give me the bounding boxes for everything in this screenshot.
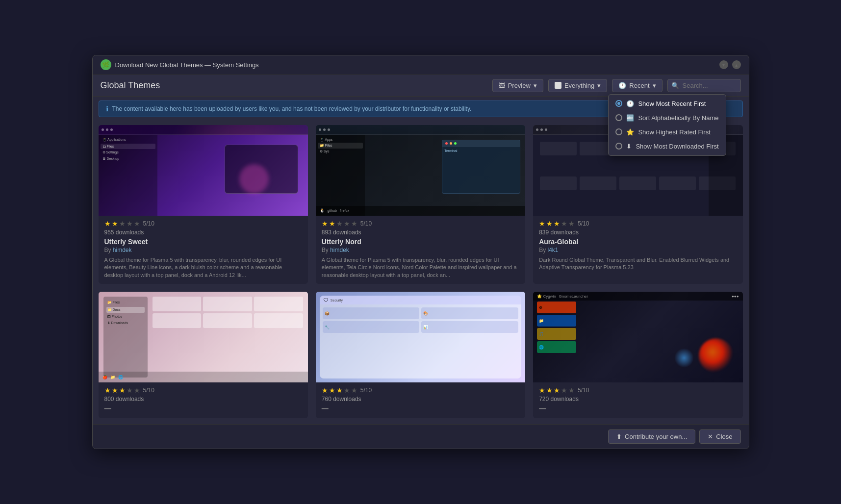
rating-1: 5/10 [143,220,154,227]
theme-card-4[interactable]: 📂 Files 📁 Docs 🖼 Photos ⬇ Downloads [99,292,308,418]
downloads-4: 800 downloads [104,396,302,403]
stars-6: ★ ★ ★ ★ ★ 5/10 [539,386,737,394]
downloads-6: 720 downloads [539,396,737,403]
stars-2: ★ ★ ★ ★ ★ 5/10 [322,220,519,227]
downloads-3: 839 downloads [539,229,737,236]
everything-color-icon [555,82,561,89]
theme-author-3: By l4k1 [539,247,737,253]
theme-preview-1: 📱 Applications 🗂 Files ⚙ Settings 🖥 Desk… [99,125,308,216]
recent-chevron-icon: ▾ [653,82,656,89]
star-1: ★ [104,220,111,227]
rating-6: 5/10 [578,387,589,394]
clock-sort-icon: 🕐 [626,100,634,107]
theme-name-6: — [539,404,737,412]
downloads-1: 955 downloads [104,229,302,236]
theme-name-4: — [104,404,302,412]
theme-name-5: — [322,404,519,412]
downloads-5: 760 downloads [322,396,519,403]
theme-name-1: Utterly Sweet [104,238,302,246]
star-5: ★ [134,220,140,227]
downloads-2: 893 downloads [322,229,519,236]
stars-5: ★ ★ ★ ★ ★ 5/10 [322,386,519,394]
theme-preview-4: 📂 Files 📁 Docs 🖼 Photos ⬇ Downloads [99,292,308,382]
theme-card-2[interactable]: 📱 Apps 📁 Files ⚙ Sys Terminal [316,125,525,284]
stars-1: ★ ★ ★ ★ ★ 5/10 [104,220,302,227]
content-area: 📱 Applications 🗂 Files ⚙ Settings 🖥 Desk… [93,121,749,424]
theme-author-1: By himdek [104,247,302,253]
everything-button[interactable]: Everything ▾ [548,79,607,92]
star-3: ★ [119,220,126,227]
theme-desc-1: A Global theme for Plasma 5 with transpa… [104,256,302,279]
toolbar-right: 🖼 Preview ▾ Everything ▾ 🕐 Recent ▾ 🔍 [492,79,741,92]
theme-info-1: ★ ★ ★ ★ ★ 5/10 955 downloads Utterly Swe… [99,216,308,284]
preview-chevron-icon: ▾ [534,82,537,89]
minimize-button[interactable]: ▾ [719,60,728,69]
download-sort-icon: ⬇ [626,143,632,150]
rating-2: 5/10 [360,220,372,227]
theme-info-3: ★ ★ ★ ★ ★ 5/10 839 downloads Aura-Global… [533,216,742,277]
info-icon: ℹ [106,105,108,113]
maximize-button[interactable]: ▴ [732,60,741,69]
theme-name-3: Aura-Global [539,238,737,246]
theme-card-6[interactable]: 🌟 Cygwin GnomeLauncher ●●● ⚙ 📁 🎵 🌐 [533,292,742,418]
sort-rated-item[interactable]: ⭐ Show Highest Rated First [609,125,725,139]
stars-4: ★ ★ ★ ★ ★ 5/10 [104,386,302,394]
theme-grid: 📱 Applications 🗂 Files ⚙ Settings 🖥 Desk… [99,125,743,418]
titlebar: 🌿 Download New Global Themes — System Se… [93,55,749,75]
contribute-button[interactable]: ⬆ Contribute your own... [608,429,695,444]
theme-info-5: ★ ★ ★ ★ ★ 5/10 760 downloads — [316,382,525,418]
sort-alpha-item[interactable]: 🔤 Sort Alphabetically By Name [609,111,725,125]
bottom-bar: ⬆ Contribute your own... ✕ Close [93,424,749,449]
theme-desc-3: Dark Round Global Theme, Transparent and… [539,256,737,272]
theme-card-1[interactable]: 📱 Applications 🗂 Files ⚙ Settings 🖥 Desk… [99,125,308,284]
preview-icon: 🖼 [499,82,505,89]
sort-dropdown: 🕐 Show Most Recent First 🔤 Sort Alphabet… [608,94,726,156]
close-button[interactable]: ✕ Close [699,429,740,444]
star-sort-icon: ⭐ [626,128,634,136]
theme-card-5[interactable]: 🛡 Security 📦 🎨 [316,292,525,418]
sort-rated-radio [615,128,622,135]
search-icon: 🔍 [671,82,679,89]
preview-button[interactable]: 🖼 Preview ▾ [492,79,543,92]
theme-info-6: ★ ★ ★ ★ ★ 5/10 720 downloads — [533,382,742,418]
clock-icon: 🕐 [618,82,626,89]
theme-preview-6: 🌟 Cygwin GnomeLauncher ●●● ⚙ 📁 🎵 🌐 [533,292,742,382]
window-title: Download New Global Themes — System Sett… [115,61,259,69]
main-window: 🌿 Download New Global Themes — System Se… [92,55,749,449]
star-4: ★ [127,220,133,227]
sort-recent-item[interactable]: 🕐 Show Most Recent First [609,97,725,111]
theme-author-2: By himdek [322,247,519,253]
theme-name-2: Utterly Nord [322,238,519,246]
sort-alpha-radio [615,114,622,121]
sort-downloaded-item[interactable]: ⬇ Show Most Downloaded First [609,139,725,153]
star-2: ★ [112,220,118,227]
sort-recent-radio [615,100,622,107]
theme-preview-2: 📱 Apps 📁 Files ⚙ Sys Terminal [316,125,525,216]
upload-icon: ⬆ [616,433,622,440]
close-x-icon: ✕ [708,433,713,440]
everything-chevron-icon: ▾ [597,82,601,89]
search-wrapper: 🔍 [667,79,741,92]
rating-3: 5/10 [578,220,589,227]
theme-preview-5: 🛡 Security 📦 🎨 [316,292,525,382]
stars-3: ★ ★ ★ ★ ★ 5/10 [539,220,737,227]
rating-4: 5/10 [143,387,154,394]
titlebar-controls: ▾ ▴ [719,60,741,69]
app-icon: 🌿 [101,59,111,70]
recent-button[interactable]: 🕐 Recent ▾ [612,79,662,92]
theme-desc-2: A Global theme for Plasma 5 with transpa… [322,256,519,279]
sort-downloaded-radio [615,143,622,150]
theme-info-2: ★ ★ ★ ★ ★ 5/10 893 downloads Utterly Nor… [316,216,525,284]
theme-info-4: ★ ★ ★ ★ ★ 5/10 800 downloads — [99,382,308,418]
alpha-sort-icon: 🔤 [626,114,634,122]
page-title: Global Themes [101,80,160,91]
titlebar-left: 🌿 Download New Global Themes — System Se… [101,59,259,70]
toolbar: Global Themes 🖼 Preview ▾ Everything ▾ 🕐… [93,75,749,97]
rating-5: 5/10 [360,387,372,394]
